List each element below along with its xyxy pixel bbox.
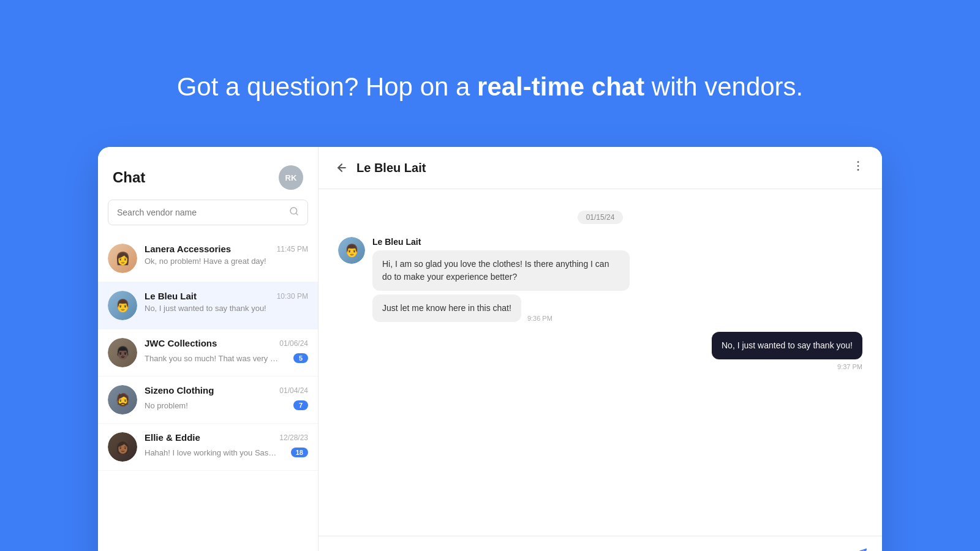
chat-info: Ellie & Eddie 12/28/23 Hahah! I love wor… bbox=[145, 432, 308, 457]
message-bubble: Just let me know here in this chat! bbox=[372, 294, 521, 322]
chat-name-row: Ellie & Eddie 12/28/23 bbox=[145, 432, 308, 443]
sidebar-header: Chat RK bbox=[98, 147, 318, 200]
chat-vendor-name: Le Bleu Lait bbox=[356, 161, 843, 175]
chat-name-row: JWC Collections 01/06/24 bbox=[145, 338, 308, 348]
hero-section: Got a question? Hop on a real-time chat … bbox=[0, 0, 980, 147]
avatar: 👩🏾 bbox=[108, 432, 137, 462]
message-content: Le Bleu Lait Hi, I am so glad you love t… bbox=[372, 237, 630, 322]
search-icon bbox=[289, 206, 299, 219]
chat-name-row: Le Bleu Lait 10:30 PM bbox=[145, 291, 308, 301]
list-item[interactable]: 👨🏿 JWC Collections 01/06/24 Thank you so… bbox=[98, 329, 318, 377]
chat-timestamp: 12/28/23 bbox=[279, 433, 308, 442]
vendor-msg-avatar: 👨 bbox=[338, 237, 365, 264]
contact-avatar-lanera: 👩 bbox=[108, 244, 137, 273]
list-item[interactable]: 🧔 Sizeno Clothing 01/04/24 No problem! 7 bbox=[98, 377, 318, 424]
message-preview: Thank you so much! That was very helpful… bbox=[145, 354, 279, 363]
contact-name: Ellie & Eddie bbox=[145, 432, 200, 443]
hero-heading: Got a question? Hop on a real-time chat … bbox=[0, 34, 980, 129]
list-item[interactable]: 👩🏾 Ellie & Eddie 12/28/23 Hahah! I love … bbox=[98, 424, 318, 471]
contact-avatar-ellie: 👩🏾 bbox=[108, 432, 137, 462]
contact-avatar-jwc: 👨🏿 bbox=[108, 338, 137, 367]
chat-timestamp: 11:45 PM bbox=[277, 245, 308, 253]
chat-main: Le Bleu Lait 01/15/24 👨 Le bbox=[318, 147, 882, 551]
chat-input-area: + bbox=[318, 536, 882, 551]
contact-name: JWC Collections bbox=[145, 338, 217, 348]
chat-list: 👩 Lanera Accessories 11:45 PM Ok, no pro… bbox=[98, 235, 318, 551]
contact-avatar-sizeno: 🧔 bbox=[108, 385, 137, 414]
contact-avatar-lebleu: 👨 bbox=[108, 291, 137, 320]
unread-badge: 5 bbox=[293, 353, 308, 363]
chat-timestamp: 01/04/24 bbox=[279, 386, 308, 395]
chat-name-row: Sizeno Clothing 01/04/24 bbox=[145, 385, 308, 395]
search-container bbox=[98, 200, 318, 235]
chat-header: Le Bleu Lait bbox=[318, 147, 882, 189]
send-button[interactable] bbox=[854, 548, 867, 552]
avatar: 🧔 bbox=[108, 385, 137, 414]
message-row: 👨 Le Bleu Lait Hi, I am so glad you love… bbox=[338, 237, 862, 322]
hero-text-part2: with vendors. bbox=[644, 72, 803, 101]
chat-timestamp: 01/06/24 bbox=[279, 339, 308, 348]
svg-point-5 bbox=[858, 169, 859, 171]
chat-sidebar: Chat RK 👩 bbox=[98, 147, 318, 551]
message-preview: No, I just wanted to say thank you! bbox=[145, 304, 279, 313]
unread-badge: 7 bbox=[293, 400, 308, 410]
svg-point-4 bbox=[858, 165, 859, 167]
svg-line-1 bbox=[296, 213, 298, 215]
chat-info: Sizeno Clothing 01/04/24 No problem! 7 bbox=[145, 385, 308, 410]
back-button[interactable] bbox=[336, 162, 348, 174]
chat-info: Le Bleu Lait 10:30 PM No, I just wanted … bbox=[145, 291, 308, 313]
hero-text-bold: real-time chat bbox=[477, 72, 644, 101]
message-preview: Hahah! I love working with you Sasha! bbox=[145, 448, 279, 457]
chat-info: Lanera Accessories 11:45 PM Ok, no probl… bbox=[145, 244, 308, 266]
list-item[interactable]: 👩 Lanera Accessories 11:45 PM Ok, no pro… bbox=[98, 235, 318, 282]
message-bubble: No, I just wanted to say thank you! bbox=[712, 332, 862, 359]
chat-timestamp: 10:30 PM bbox=[277, 292, 308, 301]
contact-name: Sizeno Clothing bbox=[145, 385, 214, 395]
user-avatar[interactable]: RK bbox=[279, 165, 303, 190]
message-preview: No problem! bbox=[145, 401, 188, 410]
more-options-button[interactable] bbox=[851, 159, 865, 176]
message-sender: Le Bleu Lait bbox=[372, 237, 630, 247]
messages-container: 01/15/24 👨 Le Bleu Lait Hi, I am so glad… bbox=[318, 189, 882, 536]
message-bubble: Hi, I am so glad you love the clothes! I… bbox=[372, 250, 630, 291]
message-row: No, I just wanted to say thank you! 9:37… bbox=[338, 332, 862, 370]
avatar-initials: RK bbox=[285, 173, 297, 182]
message-time: 9:36 PM bbox=[527, 315, 552, 322]
app-window: Chat RK 👩 bbox=[98, 147, 882, 551]
chat-meta: 01/06/24 bbox=[279, 339, 308, 348]
avatar: 👨🏿 bbox=[108, 338, 137, 367]
avatar: 👨 bbox=[338, 237, 365, 264]
contact-name: Lanera Accessories bbox=[145, 244, 231, 254]
chat-name-row: Lanera Accessories 11:45 PM bbox=[145, 244, 308, 254]
hero-text-part1: Got a question? Hop on a bbox=[177, 72, 477, 101]
svg-point-3 bbox=[858, 161, 859, 163]
avatar: 👩 bbox=[108, 244, 137, 273]
sidebar-title: Chat bbox=[113, 169, 145, 186]
message-preview: Ok, no problem! Have a great day! bbox=[145, 257, 279, 266]
message-content: No, I just wanted to say thank you! 9:37… bbox=[712, 332, 862, 370]
search-box[interactable] bbox=[108, 200, 308, 225]
date-separator: 01/15/24 bbox=[338, 211, 862, 222]
add-attachment-button[interactable]: + bbox=[333, 546, 353, 551]
search-input[interactable] bbox=[117, 208, 284, 217]
message-time: 9:37 PM bbox=[837, 363, 862, 370]
unread-badge: 18 bbox=[291, 448, 308, 457]
chat-info: JWC Collections 01/06/24 Thank you so mu… bbox=[145, 338, 308, 363]
avatar: 👨 bbox=[108, 291, 137, 320]
contact-name: Le Bleu Lait bbox=[145, 291, 197, 301]
date-label: 01/15/24 bbox=[578, 211, 624, 224]
list-item[interactable]: 👨 Le Bleu Lait 10:30 PM No, I just wante… bbox=[98, 282, 318, 329]
